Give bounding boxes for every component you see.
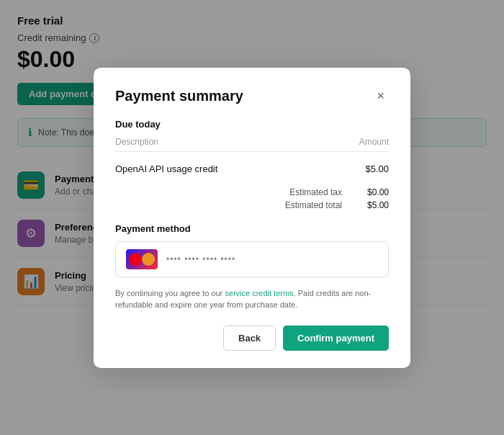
- service-credit-terms-link[interactable]: service credit terms: [225, 289, 293, 297]
- modal-footer: Back Confirm payment: [115, 326, 389, 351]
- item-name: OpenAI API usage credit: [115, 163, 217, 174]
- payment-summary-modal: Payment summary × Due today Description …: [94, 68, 410, 368]
- due-today-label: Due today: [115, 119, 389, 130]
- estimated-total-value: $5.00: [356, 200, 389, 210]
- card-circle-right: [142, 253, 155, 266]
- table-header: Description Amount: [115, 137, 389, 152]
- sub-totals: Estimated tax $0.00 Estimated total $5.0…: [115, 183, 389, 210]
- estimated-total-label: Estimated total: [285, 200, 342, 210]
- item-amount: $5.00: [365, 163, 389, 174]
- modal-overlay: Payment summary × Due today Description …: [0, 0, 504, 435]
- estimated-total-row: Estimated total $5.00: [285, 200, 389, 210]
- col-description: Description: [115, 137, 158, 147]
- estimated-tax-label: Estimated tax: [289, 187, 342, 197]
- card-circle-left: [129, 253, 142, 266]
- col-amount: Amount: [359, 137, 389, 147]
- estimated-tax-row: Estimated tax $0.00: [289, 187, 389, 197]
- disclaimer-text: By continuing you agree to our service c…: [115, 287, 389, 311]
- modal-header: Payment summary ×: [115, 88, 389, 104]
- payment-card-box: •••• •••• •••• ••••: [115, 241, 389, 277]
- estimated-tax-value: $0.00: [356, 187, 389, 197]
- payment-method-label: Payment method: [115, 223, 389, 234]
- confirm-payment-button[interactable]: Confirm payment: [283, 326, 389, 351]
- card-info: •••• •••• •••• ••••: [166, 254, 235, 264]
- card-logo: [126, 249, 158, 269]
- modal-close-button[interactable]: ×: [372, 88, 389, 104]
- back-button[interactable]: Back: [223, 326, 276, 351]
- modal-title: Payment summary: [115, 88, 243, 104]
- card-number-mask: •••• •••• •••• ••••: [166, 254, 235, 264]
- payment-method-section: Payment method •••• •••• •••• ••••: [115, 223, 389, 277]
- table-row: OpenAI API usage credit $5.00: [115, 159, 389, 179]
